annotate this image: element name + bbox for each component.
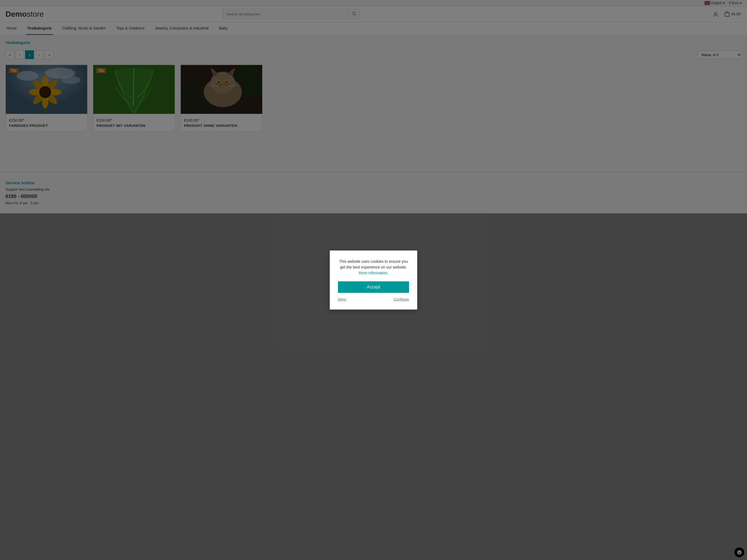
cookie-overlay: This website uses cookies to ensure you … [0, 0, 747, 213]
